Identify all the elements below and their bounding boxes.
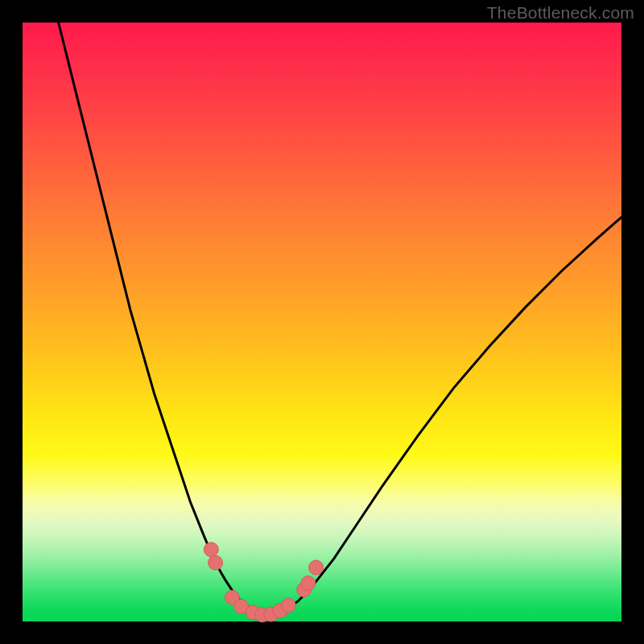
curve-marker [204, 543, 218, 557]
curve-markers [204, 543, 323, 622]
watermark-text: TheBottleneck.com [487, 3, 634, 23]
curve-marker [281, 598, 295, 613]
chart-frame: TheBottleneck.com [0, 0, 644, 644]
curve-marker [208, 555, 223, 570]
curve-marker [309, 560, 324, 575]
curve-marker [301, 576, 316, 590]
bottleneck-curve [59, 23, 621, 616]
chart-svg [23, 23, 621, 621]
plot-area [23, 23, 621, 621]
